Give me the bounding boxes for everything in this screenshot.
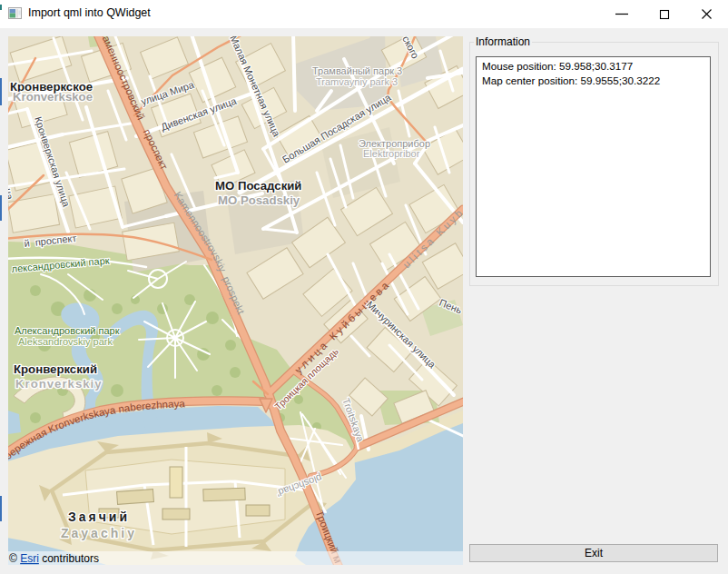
- svg-text:MO Posadskiy: MO Posadskiy: [218, 193, 300, 207]
- svg-text:МО Посадский: МО Посадский: [215, 179, 301, 193]
- svg-text:Elektropribor: Elektropribor: [363, 148, 420, 159]
- svg-text:Zayachiy: Zayachiy: [61, 526, 137, 540]
- svg-text:Tramvayniy park 3: Tramvayniy park 3: [316, 76, 398, 87]
- svg-text:Кронверкский: Кронверкский: [14, 362, 97, 376]
- svg-text:© Esri contributors: © Esri contributors: [9, 552, 99, 565]
- svg-text:Трамвайный парк 3: Трамвайный парк 3: [312, 65, 402, 76]
- svg-text:Kronverkskoe: Kronverkskoe: [13, 90, 93, 104]
- svg-text:Александровский парк: Александровский парк: [15, 325, 120, 336]
- svg-text:Заячий: Заячий: [68, 510, 130, 524]
- svg-text:Aleksandrovskiy park: Aleksandrovskiy park: [18, 336, 113, 347]
- svg-text:Kronverkskiy: Kronverkskiy: [15, 377, 103, 391]
